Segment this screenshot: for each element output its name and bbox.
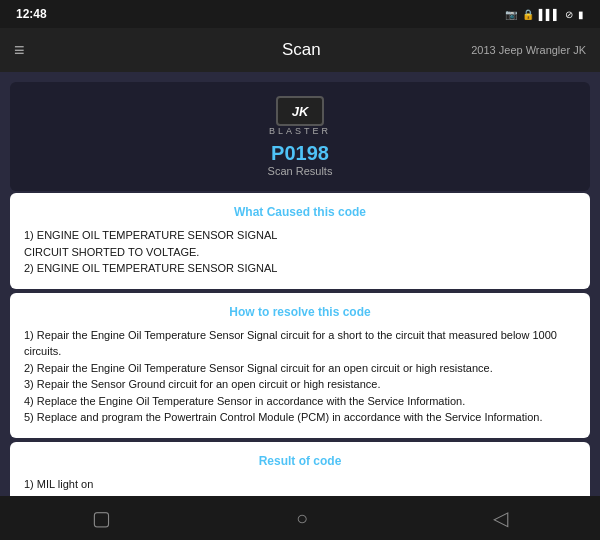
status-icons: 📷 🔒 ▌▌▌ ⊘ ▮ [505,9,584,20]
menu-icon[interactable]: ≡ [14,40,25,61]
lock-icon: 🔒 [522,9,534,20]
caused-line-2: CIRCUIT SHORTED TO VOLTAGE. [24,246,199,258]
result-title: Result of code [24,454,576,468]
resolve-line-1: 1) Repair the Engine Oil Temperature Sen… [24,329,557,358]
resolve-line-3: 3) Repair the Sensor Ground circuit for … [24,378,380,390]
caused-body: 1) ENGINE OIL TEMPERATURE SENSOR SIGNAL … [24,227,576,277]
vehicle-label: 2013 Jeep Wrangler JK [471,44,586,56]
toolbar: ≡ Scan 2013 Jeep Wrangler JK [0,28,600,72]
home-button[interactable]: ○ [272,499,332,538]
recent-apps-button[interactable]: ▢ [68,498,135,538]
result-card: Result of code 1) MIL light on2) Possibe… [10,442,590,497]
content-area[interactable]: JK BLASTER P0198 Scan Results What Cause… [0,72,600,496]
caused-card: What Caused this code 1) ENGINE OIL TEMP… [10,193,590,289]
result-line-1: 1) MIL light on [24,478,93,490]
resolve-title: How to resolve this code [24,305,576,319]
scan-results-label: Scan Results [24,165,576,177]
phone-container: 12:48 📷 🔒 ▌▌▌ ⊘ ▮ ≡ Scan 2013 Jeep Wrang… [0,0,600,540]
resolve-body: 1) Repair the Engine Oil Temperature Sen… [24,327,576,426]
status-bar: 12:48 📷 🔒 ▌▌▌ ⊘ ▮ [0,0,600,28]
battery-icon: ▮ [578,9,584,20]
logo-card: JK BLASTER P0198 Scan Results [10,82,590,191]
caused-line-1: 1) ENGINE OIL TEMPERATURE SENSOR SIGNAL [24,229,277,241]
logo-blaster: BLASTER [269,126,331,136]
caused-title: What Caused this code [24,205,576,219]
resolve-card: How to resolve this code 1) Repair the E… [10,293,590,438]
result-body: 1) MIL light on2) Possibe Variable Valve… [24,476,576,497]
back-button[interactable]: ◁ [469,498,532,538]
bottom-nav: ▢ ○ ◁ [0,496,600,540]
logo-jk: JK [276,96,324,126]
resolve-line-4: 4) Replace the Engine Oil Temperature Se… [24,395,465,407]
wifi-icon: ⊘ [565,9,573,20]
signal-icon: ▌▌▌ [539,9,560,20]
camera-indicator-icon: 📷 [505,9,517,20]
logo-container: JK BLASTER [24,96,576,136]
caused-line-3: 2) ENGINE OIL TEMPERATURE SENSOR SIGNAL [24,262,277,274]
resolve-line-5: 5) Replace and program the Powertrain Co… [24,411,542,423]
resolve-line-2: 2) Repair the Engine Oil Temperature Sen… [24,362,493,374]
code-number: P0198 [24,142,576,165]
status-time: 12:48 [16,7,47,21]
